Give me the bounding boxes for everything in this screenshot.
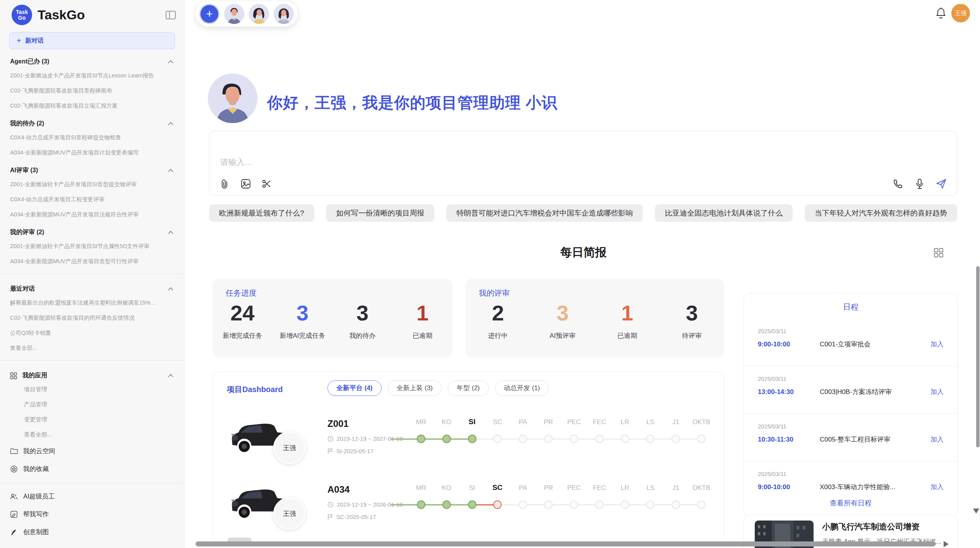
section-header-my-review[interactable]: 我的评审 (2) — [0, 222, 184, 239]
recent-view-all-link[interactable]: 查看全部... — [0, 341, 184, 356]
sidebar-task-item[interactable]: C02-飞腾新能源轻客改款项目里程碑画布 — [0, 83, 184, 98]
milestone-timeline: MRKOSISCPAPRPECFECLRLSJ1OKTB — [408, 475, 714, 525]
help-write-label: 帮我写作 — [23, 510, 49, 519]
session-avatar[interactable] — [249, 4, 269, 24]
sidebar-sections: Agent已办 (3) Z001-全新燃油皮卡产品开发项目SI节点Lesson … — [0, 51, 184, 269]
apps-view-all-link[interactable]: 查看全部... — [0, 427, 184, 442]
scroll-down-arrow-icon[interactable] — [973, 509, 979, 514]
milestone-sc: SC — [485, 475, 510, 525]
vertical-scrollbar[interactable] — [976, 266, 980, 447]
sidebar-task-item[interactable]: C02-飞腾新能源轻客改款项目立项汇报方案 — [0, 98, 184, 113]
collapse-sidebar-icon[interactable] — [165, 9, 176, 21]
add-session-button[interactable]: + — [199, 4, 219, 24]
milestone-dot — [570, 500, 578, 509]
dashboard-tab[interactable]: 年型 (2) — [448, 380, 489, 396]
schedule-list: 2025/03/119:00-10:00C001-立项审批会加入2025/03/… — [744, 319, 958, 509]
view-all-schedule-link[interactable]: 查看所有日程 — [744, 498, 958, 508]
paperclip-icon[interactable] — [219, 178, 230, 189]
section-header-my-apps[interactable]: 我的应用 — [0, 365, 184, 382]
join-link[interactable]: 加入 — [930, 483, 944, 491]
message-composer[interactable]: 请输入... — [209, 131, 957, 196]
dashboard-tab[interactable]: 全新上装 (3) — [388, 380, 442, 396]
composer-left-tools — [219, 178, 272, 189]
scissors-icon[interactable] — [261, 178, 272, 189]
sidebar-task-item[interactable]: C0X4-动力总成开发项目SI里程碑提交物检查 — [0, 130, 184, 145]
schedule-card: 日程 2025/03/119:00-10:00C001-立项审批会加入2025/… — [744, 293, 958, 517]
suggestion-chip[interactable]: 比亚迪全固态电池计划具体说了什么 — [655, 204, 793, 222]
milestone-label: PR — [536, 484, 561, 492]
bell-icon[interactable] — [935, 7, 947, 19]
milestone-label: J1 — [663, 484, 689, 492]
session-avatar[interactable] — [224, 4, 244, 24]
suggestion-chip[interactable]: 如何写一份清晰的项目周报 — [326, 204, 434, 222]
sidebar-task-item[interactable]: A034-全新新能源MUV产品开发项目法规符合性评审 — [0, 207, 184, 222]
send-icon[interactable] — [936, 178, 947, 189]
card-title: 我的评审 — [479, 288, 510, 298]
app-item[interactable]: 产品管理 — [0, 397, 184, 412]
layout-grid-icon[interactable] — [934, 248, 944, 259]
sidebar-item-favorites[interactable]: 我的收藏 — [0, 460, 184, 478]
milestone-dot — [646, 500, 654, 509]
milestone-label: SC — [485, 418, 510, 426]
sidebar-task-item[interactable]: A034-全新新能源MUV产品开发项目计划变更表编写 — [0, 145, 184, 160]
session-avatar[interactable] — [274, 4, 294, 24]
schedule-title: 日程 — [744, 293, 958, 312]
user-avatar[interactable]: 王强 — [951, 4, 970, 22]
milestone-label: J1 — [663, 418, 689, 426]
microphone-icon[interactable] — [914, 178, 925, 189]
horizontal-scrollbar[interactable] — [195, 541, 935, 546]
app-item[interactable]: 项目管理 — [0, 382, 184, 397]
sidebar-task-item[interactable]: Z001-全新燃油皮卡产品开发项目SI节点Lesson Learn报告 — [0, 68, 184, 83]
new-chat-button[interactable]: + 新对话 — [9, 32, 175, 49]
recent-chat-item[interactable]: C02-飞腾新能源轻客改款项目的闭环通告反馈情况 — [0, 310, 184, 325]
stat-label: 我的待办 — [332, 331, 392, 340]
schedule-date: 2025/03/11 — [758, 471, 944, 477]
sidebar-task-item[interactable]: A034-全新新能源MUV产品开发项目造型可行性评审 — [0, 254, 184, 269]
recent-chat-item[interactable]: 公司Q3轻卡销量 — [0, 325, 184, 341]
section-header-ai-review[interactable]: AI评审 (3) — [0, 160, 184, 177]
project-row[interactable]: 王强 A034 2023-12-19 ~ 2026-01-19 SC-2025-… — [213, 475, 724, 541]
stat-value: 24 — [212, 301, 272, 325]
suggestion-chip[interactable]: 当下年轻人对汽车外观有怎样的喜好趋势 — [805, 204, 957, 222]
write-icon — [10, 510, 18, 518]
sidebar-task-item[interactable]: C0X4-动力总成开发项目工程变更评审 — [0, 192, 184, 207]
sidebar-task-item[interactable]: Z001-全新燃油轻卡产品开发项目SI造型提交物评审 — [0, 177, 184, 192]
join-link[interactable]: 加入 — [930, 340, 944, 349]
star-badge-icon — [10, 465, 18, 473]
milestone-dot — [697, 500, 706, 509]
join-link[interactable]: 加入 — [930, 387, 944, 396]
suggestion-chip[interactable]: 特朗普可能对进口汽车增税会对中国车企造成哪些影响 — [446, 204, 643, 222]
section-header-recent-chats[interactable]: 最近对话 — [0, 279, 184, 295]
logo-text-bottom: Go — [18, 15, 26, 21]
suggestion-chip[interactable]: 欧洲新规最近颁布了什么? — [209, 204, 314, 222]
sidebar-task-item[interactable]: Z001-全新燃油轻卡产品开发项目SI节点属性5D文件评审 — [0, 239, 184, 254]
dashboard-tab[interactable]: 全新平台 (4) — [327, 380, 382, 396]
user-name: 王强 — [955, 10, 966, 17]
milestone-label: PEC — [561, 484, 587, 492]
app-item[interactable]: 变更管理 — [0, 412, 184, 427]
recent-chat-item[interactable]: 解释最新出台的欧盟报废车法规再生塑料比例被调至15%... — [0, 295, 184, 310]
join-link[interactable]: 加入 — [930, 435, 944, 444]
milestone-mr: MR — [408, 475, 434, 525]
sidebar: Task Go TaskGo + 新对话 Agent已办 (3) Z001-全新… — [0, 0, 185, 548]
milestone-label: FEC — [587, 418, 612, 426]
sidebar-item-ai-staff[interactable]: AI超级员工 — [0, 488, 184, 505]
schedule-entry-row: 9:00-10:00X003-车辆动力学性能验...加入 — [758, 483, 944, 491]
image-icon[interactable] — [240, 178, 251, 189]
sidebar-item-help-write[interactable]: 帮我写作 — [0, 505, 184, 523]
sidebar-item-cloud-space[interactable]: 我的云空间 — [0, 442, 184, 460]
section-header-my-todo[interactable]: 我的待办 (2) — [0, 113, 184, 130]
sidebar-item-creative-draw[interactable]: 创意制图 — [0, 523, 184, 541]
project-next-milestone: SC-2025-05-17 — [327, 514, 376, 520]
clock-icon — [327, 436, 334, 442]
schedule-event-name: X003-车辆动力学性能验... — [820, 483, 930, 491]
project-row[interactable]: 王强 Z001 2023-12-19 ~ 2027-01-19 SI-2025-… — [213, 409, 724, 475]
section-header-agent-done[interactable]: Agent已办 (3) — [0, 51, 184, 68]
scroll-right-arrow-icon[interactable] — [944, 541, 949, 547]
phone-icon[interactable] — [893, 178, 903, 189]
stat-value: 1 — [595, 301, 660, 325]
schedule-entry: 2025/03/119:00-10:00C001-立项审批会加入 — [744, 319, 958, 366]
my-review-stats: 2进行中3AI预评审1已逾期3待评审 — [466, 301, 724, 340]
dashboard-tab[interactable]: 动总开发 (1) — [495, 380, 549, 396]
sidebar-header: Task Go TaskGo — [0, 0, 184, 28]
